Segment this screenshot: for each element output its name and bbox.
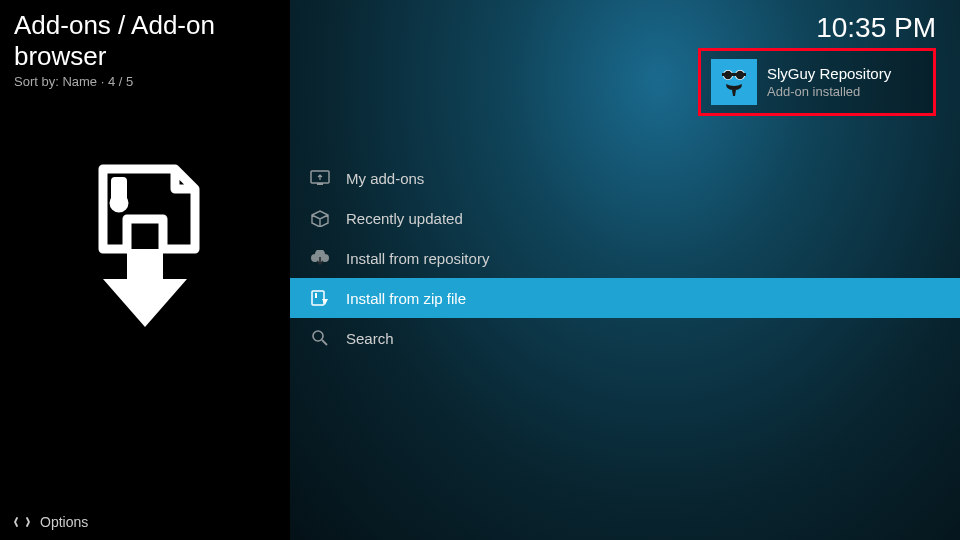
menu-item-label: Search	[346, 330, 394, 347]
sidebar: Add-ons / Add-on browser Sort by: Name ·…	[0, 0, 290, 540]
menu-item-search[interactable]: Search	[290, 318, 960, 358]
menu-item-label: Install from zip file	[346, 290, 466, 307]
menu-item-label: Recently updated	[346, 210, 463, 227]
svg-rect-9	[317, 183, 323, 185]
svg-point-12	[313, 331, 323, 341]
cloud-download-icon	[308, 248, 332, 268]
menu-item-label: My add-ons	[346, 170, 424, 187]
menu-item-label: Install from repository	[346, 250, 489, 267]
notification-title: SlyGuy Repository	[767, 65, 891, 82]
zip-download-icon	[75, 159, 215, 329]
sidebar-graphic	[14, 159, 276, 329]
notification-subtitle: Add-on installed	[767, 84, 891, 99]
search-icon	[308, 328, 332, 348]
content-area: 10:35 PM SlyGuy Repository Add-on instal…	[290, 0, 960, 540]
footer-label: Options	[40, 514, 88, 530]
svg-rect-11	[315, 293, 317, 298]
menu-item-install-zip[interactable]: Install from zip file	[290, 278, 960, 318]
options-icon	[14, 514, 30, 530]
svg-point-6	[724, 71, 732, 79]
zip-file-icon	[308, 288, 332, 308]
svg-rect-10	[312, 291, 324, 305]
menu-list: My add-ons Recently updated Install from…	[290, 158, 960, 358]
menu-item-my-addons[interactable]: My add-ons	[290, 158, 960, 198]
clock: 10:35 PM	[816, 12, 936, 44]
footer-options[interactable]: Options	[0, 504, 290, 540]
sort-info: Sort by: Name · 4 / 5	[14, 74, 276, 89]
slyguy-icon	[711, 59, 757, 105]
menu-item-recently-updated[interactable]: Recently updated	[290, 198, 960, 238]
notification-toast: SlyGuy Repository Add-on installed	[698, 48, 936, 116]
svg-line-13	[322, 340, 327, 345]
svg-point-7	[736, 71, 744, 79]
my-addons-icon	[308, 168, 332, 188]
breadcrumb: Add-ons / Add-on browser	[14, 10, 276, 72]
box-icon	[308, 208, 332, 228]
menu-item-install-repository[interactable]: Install from repository	[290, 238, 960, 278]
